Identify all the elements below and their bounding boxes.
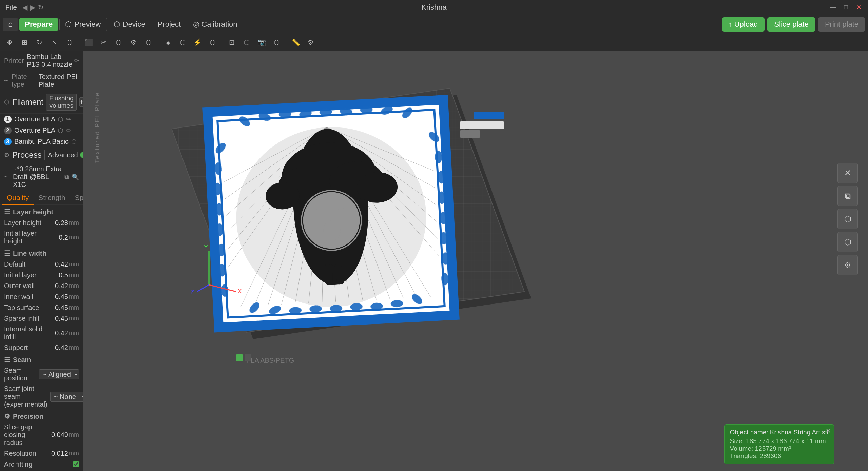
setting-outer-wall-label: Outer wall xyxy=(4,282,48,290)
mesh-tool[interactable]: ⬡ xyxy=(206,36,219,48)
filament-3-name: Bambu PLA Basic xyxy=(14,138,69,145)
filament-1-settings-icon[interactable]: ✏ xyxy=(66,116,71,123)
setting-initial-layer-height-value[interactable]: 0.2 xyxy=(48,234,68,241)
setting-resolution: Resolution 0.012 mm xyxy=(0,448,83,459)
paint-tool[interactable]: ⬡ xyxy=(112,36,125,48)
filament-item-1: 1 Overture PLA ⬡ ✏ xyxy=(0,114,83,125)
info-close-button[interactable]: ✕ xyxy=(825,427,831,435)
minimize-button[interactable]: — xyxy=(829,4,837,11)
window-controls: — □ ✕ xyxy=(829,4,863,11)
right-btn-gear[interactable]: ⚙ xyxy=(837,255,858,275)
setting-support-width: Support 0.42 mm xyxy=(0,342,83,353)
flushing-volumes-button[interactable]: Flushing volumes xyxy=(46,94,77,111)
orient-tool[interactable]: ◈ xyxy=(161,36,174,48)
slice-button[interactable]: Slice plate xyxy=(767,17,815,32)
camera-tool[interactable]: 📷 xyxy=(255,36,268,48)
setting-inner-wall-value[interactable]: 0.45 xyxy=(48,293,68,301)
setting-support-width-value[interactable]: 0.42 xyxy=(48,344,68,352)
scale-tool[interactable]: ⤡ xyxy=(47,36,61,48)
setting-resolution-value[interactable]: 0.012 xyxy=(48,450,68,457)
qtab-strength[interactable]: Strength xyxy=(34,191,70,205)
setting-top-surface-label: Top surface xyxy=(4,304,48,312)
setting-support-width-label: Support xyxy=(4,344,48,352)
filament-3-num: 3 xyxy=(4,138,12,145)
filament-2-edit-icon[interactable]: ⬡ xyxy=(58,127,63,134)
view-reset[interactable]: ⊡ xyxy=(225,36,238,48)
cut-tool[interactable]: ✂ xyxy=(97,36,110,48)
setting-internal-solid-value[interactable]: 0.42 xyxy=(48,329,68,337)
qtab-speed[interactable]: Speed xyxy=(70,191,83,205)
right-btn-close[interactable]: ✕ xyxy=(837,163,858,183)
right-btn-view[interactable]: ⬡ xyxy=(837,209,858,229)
filament-2-settings-icon[interactable]: ✏ xyxy=(66,127,71,134)
group-precision-icon: ⚙ xyxy=(4,412,10,420)
printer-section-label: Printer xyxy=(4,57,24,65)
setting-outer-wall-value[interactable]: 0.42 xyxy=(48,282,68,290)
setting-top-surface-value[interactable]: 0.45 xyxy=(48,304,68,312)
filament-add-button[interactable]: + xyxy=(79,97,83,107)
filament-1-edit-icon[interactable]: ⬡ xyxy=(58,116,63,123)
setting-seam-position-select[interactable]: ~ Aligned Random Nearest xyxy=(39,369,79,379)
printer-settings-icon[interactable]: ✏ xyxy=(74,57,79,64)
quality-tabs: Quality Strength Speed Support Others xyxy=(0,191,83,205)
device-button[interactable]: ⬡ Device xyxy=(108,18,151,31)
prepare-button[interactable]: Prepare xyxy=(19,18,58,31)
setting-sparse-infill-value[interactable]: 0.45 xyxy=(48,315,68,322)
viewport[interactable]: Textured PEI Plate xyxy=(83,51,868,471)
3d-toolbar: ✥ ⊞ ↻ ⤡ ⬡ ⬛ ✂ ⬡ ⚙ ⬡ ◈ ⬡ ⚡ ⬡ ⊡ ⬡ 📷 ⬡ 📏 ⚙ xyxy=(0,34,868,51)
project-button[interactable]: Project xyxy=(152,18,186,31)
setting-arc-fitting-checkbox[interactable] xyxy=(73,461,79,467)
setting-layer-height-value[interactable]: 0.28 xyxy=(48,219,68,227)
qtab-quality[interactable]: Quality xyxy=(2,191,34,205)
group-line-width-icon: ☰ xyxy=(4,249,10,257)
seam-paint[interactable]: ⬡ xyxy=(141,36,155,48)
layer-tool[interactable]: ⚡ xyxy=(191,36,204,48)
setting-scarf-joint-label: Scarf joint seam (experimental) xyxy=(4,385,50,408)
preview-button[interactable]: ⬡ ⬡ Preview Preview xyxy=(59,18,107,31)
support-paint[interactable]: ⚙ xyxy=(127,36,140,48)
setting-internal-solid-unit: mm xyxy=(68,330,79,337)
filament-item-2: 2 Overture PLA ⬡ ✏ xyxy=(0,125,83,136)
grid-tool[interactable]: ⊞ xyxy=(18,36,31,48)
titlebar: File ◀ ▶ ↻ Krishna — □ ✕ xyxy=(0,0,868,15)
svg-text:Z: Z xyxy=(190,289,194,296)
profile-search-icon[interactable]: 🔍 xyxy=(72,173,79,181)
setting-default-width-value[interactable]: 0.42 xyxy=(48,260,68,268)
svg-text:X: X xyxy=(238,288,242,295)
home-button[interactable]: ⌂ xyxy=(3,18,18,31)
info-triangles: Triangles: 289606 xyxy=(730,452,828,460)
right-btn-layers[interactable]: ⧉ xyxy=(837,186,858,206)
setting-inner-wall-label: Inner wall xyxy=(4,293,48,301)
printer-section: Printer Bambu Lab P1S 0.4 nozzle ✏ xyxy=(0,51,83,71)
measure-tool[interactable]: 📏 xyxy=(289,36,303,48)
zoom-fit[interactable]: ⬡ xyxy=(240,36,253,48)
arrange-tool[interactable]: ⬡ xyxy=(176,36,189,48)
setting-initial-layer-width-value[interactable]: 0.5 xyxy=(48,271,68,279)
group-line-width: ☰ Line width xyxy=(0,247,83,259)
svg-text:PLA ABS/PETG: PLA ABS/PETG xyxy=(246,357,294,364)
setting-layer-height: Layer height 0.28 mm xyxy=(0,217,83,228)
setting-sparse-infill: Sparse infill 0.45 mm xyxy=(0,313,83,324)
light-tool[interactable]: ⬡ xyxy=(270,36,283,48)
close-button[interactable]: ✕ xyxy=(855,4,863,11)
setting-scarf-joint-select[interactable]: ~ None Enabled xyxy=(50,392,83,402)
right-btn-orient[interactable]: ⬡ xyxy=(837,232,858,252)
file-menu[interactable]: File xyxy=(5,3,17,12)
filament-3-edit-icon[interactable]: ⬡ xyxy=(71,138,77,145)
setting-internal-solid: Internal solid infill 0.42 mm xyxy=(0,324,83,342)
profile-copy-icon[interactable]: ⧉ xyxy=(64,173,69,180)
settings-tool[interactable]: ⚙ xyxy=(304,36,317,48)
upload-button[interactable]: ↑ Upload xyxy=(722,17,765,32)
maximize-button[interactable]: □ xyxy=(842,4,850,11)
tab-global[interactable]: Global xyxy=(45,150,45,160)
rotate-tool[interactable]: ↻ xyxy=(33,36,46,48)
calibration-button[interactable]: ◎ Calibration xyxy=(188,18,243,31)
setting-slice-gap-value[interactable]: 0.049 xyxy=(48,431,68,439)
print-button[interactable]: Print plate xyxy=(818,17,865,32)
select-tool[interactable]: ⬡ xyxy=(62,36,76,48)
move-tool[interactable]: ✥ xyxy=(3,36,16,48)
info-size: Size: 185.774 x 186.774 x 11 mm xyxy=(730,437,828,445)
advanced-toggle[interactable] xyxy=(80,152,83,158)
select-all[interactable]: ⬛ xyxy=(82,36,95,48)
right-sidebar: ✕ ⧉ ⬡ ⬡ ⚙ xyxy=(837,163,858,275)
